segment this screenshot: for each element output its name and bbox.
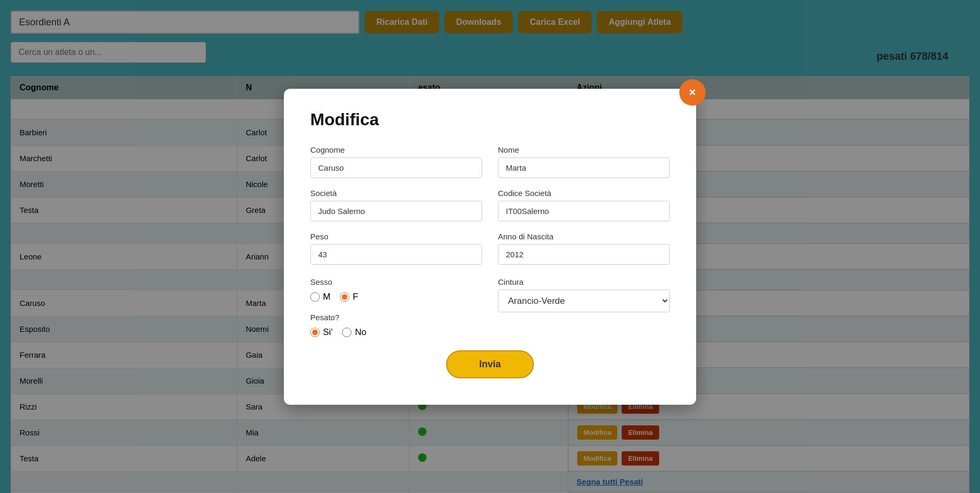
pesato-radio-group: Si' No — [310, 327, 482, 338]
nome-input[interactable] — [498, 157, 670, 178]
pesato-si-text: Si' — [323, 327, 332, 338]
sesso-m-radio[interactable] — [310, 292, 320, 302]
peso-group: Peso — [310, 232, 482, 265]
sesso-f-radio[interactable] — [340, 292, 349, 302]
codice-societa-label: Codice Società — [498, 189, 670, 198]
cognome-input[interactable] — [310, 157, 482, 178]
codice-societa-input[interactable] — [498, 201, 670, 221]
pesato-si-radio[interactable] — [310, 328, 320, 337]
cognome-label: Cognome — [310, 145, 482, 154]
codice-societa-group: Codice Società — [498, 189, 670, 221]
societa-group: Società — [310, 189, 482, 221]
cintura-label: Cintura — [498, 277, 670, 286]
cognome-group: Cognome — [310, 145, 482, 178]
pesato-label: Pesato? — [310, 313, 482, 322]
nome-label: Nome — [498, 145, 670, 154]
modifica-modal: × Modifica Cognome Nome Società Codice S… — [284, 89, 696, 405]
pesato-si-label[interactable]: Si' — [310, 327, 332, 338]
peso-label: Peso — [310, 232, 482, 241]
sesso-m-label[interactable]: M — [310, 292, 330, 302]
sesso-f-text: F — [353, 292, 358, 302]
anno-group: Anno di Nascita — [498, 232, 670, 265]
invia-button[interactable]: Invia — [446, 350, 533, 378]
anno-input[interactable] — [498, 244, 670, 265]
pesato-no-text: No — [355, 327, 366, 338]
cintura-group: Cintura Bianca Gialla Arancione Arancio-… — [498, 277, 670, 338]
modal-title: Modifica — [310, 110, 670, 129]
modal-close-button[interactable]: × — [679, 79, 706, 106]
societa-input[interactable] — [310, 201, 482, 221]
sesso-f-label[interactable]: F — [340, 292, 358, 302]
nome-group: Nome — [498, 145, 670, 178]
sesso-radio-group: M F — [310, 292, 482, 302]
cintura-select[interactable]: Bianca Gialla Arancione Arancio-Verde Ve… — [498, 290, 670, 312]
pesato-no-radio[interactable] — [342, 328, 352, 337]
sesso-label: Sesso — [310, 277, 482, 286]
pesato-no-label[interactable]: No — [342, 327, 366, 338]
modal-overlay: × Modifica Cognome Nome Società Codice S… — [0, 0, 980, 493]
societa-label: Società — [310, 189, 482, 198]
sesso-m-text: M — [323, 292, 330, 302]
sesso-group: Sesso M F Pesato? Si' — [310, 277, 482, 338]
peso-input[interactable] — [310, 244, 482, 265]
anno-label: Anno di Nascita — [498, 232, 670, 241]
